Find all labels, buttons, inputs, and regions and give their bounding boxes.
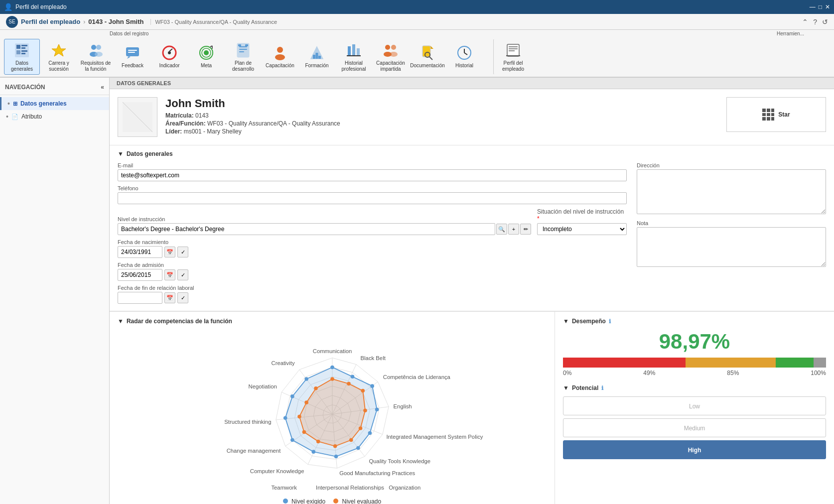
svg-point-85 <box>311 450 315 454</box>
nivel-add-btn[interactable]: + <box>508 224 519 235</box>
toolbar-btn-requisitos[interactable]: Requisitos de la función <box>78 39 114 75</box>
sidebar: NAVEGACIÓN « • ⊞ Datos generales • 📄 Atr… <box>0 78 110 504</box>
bullet-icon-2: • <box>6 113 8 121</box>
fecha-nacimiento-label: Fecha de nacimiento <box>118 239 627 245</box>
svg-text:Structured thinking: Structured thinking <box>224 419 271 425</box>
desempeno-info-icon[interactable]: ℹ <box>609 318 611 325</box>
svg-rect-36 <box>348 46 351 55</box>
toolbar-btn-meta[interactable]: Meta <box>188 39 224 74</box>
potencial-high-btn[interactable]: High <box>563 440 826 459</box>
svg-text:Interpersonal Relationships: Interpersonal Relationships <box>316 485 384 491</box>
historial-label: Historial <box>455 63 473 69</box>
potencial-low-btn[interactable]: Low <box>563 396 826 415</box>
profile-widget[interactable]: Star <box>726 97 826 132</box>
potencial-medium-btn[interactable]: Medium <box>563 418 826 437</box>
direccion-group: Dirección <box>637 162 826 214</box>
required-mark: * <box>537 215 540 222</box>
nota-group: Nota <box>637 220 826 267</box>
svg-point-88 <box>290 394 294 398</box>
grid-widget-icon <box>762 109 774 121</box>
situacion-select[interactable]: Incompleto Completo <box>537 223 627 235</box>
sidebar-label-datos: Datos generales <box>20 100 67 107</box>
svg-point-98 <box>316 440 320 444</box>
svg-point-86 <box>290 438 294 442</box>
breadcrumb-app[interactable]: Perfil del empleado <box>21 18 80 25</box>
lider-label: Líder: <box>165 128 182 135</box>
fecha-nacimiento-check-btn[interactable]: ✓ <box>177 247 188 257</box>
toolbar-btn-formacion[interactable]: Formación <box>299 39 335 74</box>
toolbar-btn-historial-profesional[interactable]: Historial profesional <box>336 39 372 75</box>
svg-rect-28 <box>238 44 241 46</box>
svg-text:Negotiation: Negotiation <box>248 383 277 389</box>
toolbar-btn-feedback[interactable]: Feedback <box>115 39 150 74</box>
svg-point-100 <box>297 415 301 419</box>
fecha-fin-calendar-btn[interactable]: 📅 <box>164 292 175 303</box>
perf-label-85: 85% <box>727 370 739 377</box>
desempeno-title-text: Desempeño <box>572 318 606 325</box>
help-icon[interactable]: ? <box>813 18 817 26</box>
svg-point-96 <box>349 438 353 442</box>
svg-text:Quality Tools Knowledge: Quality Tools Knowledge <box>369 458 430 464</box>
radar-legend: Nivel exigido Nivel evaluado <box>283 498 381 504</box>
toolbar-btn-historial[interactable]: Historial <box>446 39 482 74</box>
content-area: DATOS GENERALES John Smith Matrícula: 01… <box>110 78 834 504</box>
sidebar-collapse-icon[interactable]: « <box>101 84 104 91</box>
desempeno-section: ▼ Desempeño ℹ 98,97% 0% 49% 85% <box>563 318 826 377</box>
email-input[interactable] <box>118 169 627 181</box>
fecha-fin-check-btn[interactable]: ✓ <box>177 292 188 303</box>
requisitos-icon <box>87 41 105 59</box>
toolbar-btn-capacitacion-impartida[interactable]: Capacitación impartida <box>373 39 409 75</box>
svg-point-17 <box>168 51 171 54</box>
svg-text:Good Manufacturing Practices: Good Manufacturing Practices <box>339 470 415 476</box>
toolbar-btn-capacitacion[interactable]: Capacitación <box>262 39 298 74</box>
toolbar-btn-datos-generales[interactable]: Datos generales <box>4 39 40 75</box>
nav-up-icon[interactable]: ⌃ <box>802 18 808 26</box>
toolbar-btn-carrera-sucesion[interactable]: Carrera y sucesión <box>41 39 77 75</box>
svg-marker-13 <box>127 56 131 59</box>
title-bar-controls[interactable]: — □ ✕ <box>810 3 830 10</box>
fecha-fin-input[interactable] <box>118 292 162 304</box>
fecha-admision-input[interactable] <box>118 269 162 281</box>
perf-bar-red <box>563 358 686 368</box>
fecha-nacimiento-input[interactable] <box>118 246 162 258</box>
svg-rect-27 <box>239 51 244 52</box>
capacitacion-label: Capacitación <box>266 63 294 69</box>
potencial-info-icon[interactable]: ℹ <box>601 385 603 391</box>
fecha-admision-calendar-btn[interactable]: 📅 <box>164 269 175 280</box>
svg-point-9 <box>96 45 101 50</box>
fecha-admision-check-btn[interactable]: ✓ <box>177 269 188 280</box>
perf-labels: 0% 49% 85% 100% <box>563 370 826 377</box>
datos-generales-title[interactable]: ▼ Datos generales <box>118 150 826 157</box>
telefono-input[interactable] <box>118 192 627 204</box>
svg-text:Teamwork: Teamwork <box>271 485 297 491</box>
sidebar-item-datos-generales[interactable]: • ⊞ Datos generales <box>0 97 109 110</box>
svg-point-99 <box>302 430 306 434</box>
breadcrumb-bar: SE Perfil del empleado › 0143 - John Smi… <box>0 14 834 30</box>
form-col-left: E-mail Teléfono Nivel de instrucción <box>118 162 627 306</box>
nivel-edit-btn[interactable]: ✏ <box>520 224 531 235</box>
fecha-nacimiento-calendar-btn[interactable]: 📅 <box>164 247 175 257</box>
performance-bar <box>563 358 826 368</box>
close-button[interactable]: ✕ <box>825 3 830 10</box>
title-bar-left: 👤 Perfil del empleado <box>4 3 67 11</box>
svg-point-78 <box>330 366 334 370</box>
sidebar-item-atributo[interactable]: • 📄 Atributo <box>0 110 109 123</box>
toolbar-btn-indicador[interactable]: Indicador <box>151 39 187 74</box>
toolbar-btn-perfil-empleado[interactable]: Perfil del empleado <box>493 39 529 75</box>
profile-photo <box>118 97 157 137</box>
minimize-button[interactable]: — <box>810 3 816 10</box>
toolbar-btn-plan-desarrollo[interactable]: Plan de desarrollo <box>225 39 261 75</box>
bottom-right: ▼ Desempeño ℹ 98,97% 0% 49% 85% <box>555 312 834 504</box>
breadcrumb-icons[interactable]: ⌃ ? ↺ <box>802 18 828 26</box>
toolbar-btn-documentacion[interactable]: Documentación <box>410 39 445 74</box>
nota-textarea[interactable] <box>637 227 826 267</box>
nivel-search-btn[interactable]: 🔍 <box>496 224 507 235</box>
direccion-textarea[interactable] <box>637 169 826 214</box>
radar-title[interactable]: ▼ Radar de competencias de la función <box>118 318 547 325</box>
datos-generales-title-text: Datos generales <box>127 150 173 157</box>
svg-point-84 <box>334 455 338 459</box>
nivel-input[interactable] <box>118 223 495 235</box>
maximize-button[interactable]: □ <box>819 3 822 10</box>
sidebar-icon-datos: ⊞ <box>13 101 17 107</box>
refresh-icon[interactable]: ↺ <box>822 18 828 26</box>
